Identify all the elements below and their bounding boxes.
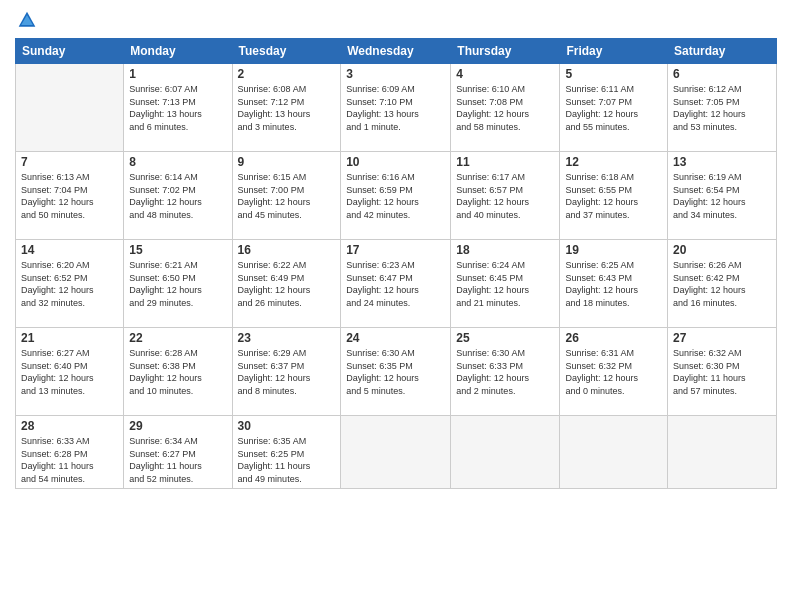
calendar-cell: 13Sunrise: 6:19 AMSunset: 6:54 PMDayligh… (668, 152, 777, 240)
day-info: Sunrise: 6:13 AMSunset: 7:04 PMDaylight:… (21, 171, 118, 221)
day-info: Sunrise: 6:30 AMSunset: 6:35 PMDaylight:… (346, 347, 445, 397)
day-number: 20 (673, 243, 771, 257)
calendar-cell: 1Sunrise: 6:07 AMSunset: 7:13 PMDaylight… (124, 64, 232, 152)
calendar-header-saturday: Saturday (668, 39, 777, 64)
day-info: Sunrise: 6:21 AMSunset: 6:50 PMDaylight:… (129, 259, 226, 309)
calendar-cell: 2Sunrise: 6:08 AMSunset: 7:12 PMDaylight… (232, 64, 341, 152)
day-number: 16 (238, 243, 336, 257)
day-number: 8 (129, 155, 226, 169)
calendar-cell: 24Sunrise: 6:30 AMSunset: 6:35 PMDayligh… (341, 328, 451, 416)
calendar-cell (668, 416, 777, 489)
day-info: Sunrise: 6:16 AMSunset: 6:59 PMDaylight:… (346, 171, 445, 221)
day-info: Sunrise: 6:15 AMSunset: 7:00 PMDaylight:… (238, 171, 336, 221)
calendar-cell: 27Sunrise: 6:32 AMSunset: 6:30 PMDayligh… (668, 328, 777, 416)
calendar-week-1: 1Sunrise: 6:07 AMSunset: 7:13 PMDaylight… (16, 64, 777, 152)
calendar-cell: 17Sunrise: 6:23 AMSunset: 6:47 PMDayligh… (341, 240, 451, 328)
day-number: 3 (346, 67, 445, 81)
day-info: Sunrise: 6:17 AMSunset: 6:57 PMDaylight:… (456, 171, 554, 221)
day-number: 24 (346, 331, 445, 345)
day-number: 30 (238, 419, 336, 433)
day-number: 5 (565, 67, 662, 81)
calendar-week-3: 14Sunrise: 6:20 AMSunset: 6:52 PMDayligh… (16, 240, 777, 328)
day-info: Sunrise: 6:10 AMSunset: 7:08 PMDaylight:… (456, 83, 554, 133)
day-info: Sunrise: 6:19 AMSunset: 6:54 PMDaylight:… (673, 171, 771, 221)
day-info: Sunrise: 6:30 AMSunset: 6:33 PMDaylight:… (456, 347, 554, 397)
day-info: Sunrise: 6:28 AMSunset: 6:38 PMDaylight:… (129, 347, 226, 397)
day-number: 25 (456, 331, 554, 345)
day-number: 4 (456, 67, 554, 81)
calendar-header-monday: Monday (124, 39, 232, 64)
day-number: 19 (565, 243, 662, 257)
day-number: 21 (21, 331, 118, 345)
calendar-cell: 30Sunrise: 6:35 AMSunset: 6:25 PMDayligh… (232, 416, 341, 489)
day-number: 28 (21, 419, 118, 433)
calendar-cell (341, 416, 451, 489)
calendar-cell: 18Sunrise: 6:24 AMSunset: 6:45 PMDayligh… (451, 240, 560, 328)
day-number: 17 (346, 243, 445, 257)
day-number: 10 (346, 155, 445, 169)
calendar-header-thursday: Thursday (451, 39, 560, 64)
calendar-cell: 26Sunrise: 6:31 AMSunset: 6:32 PMDayligh… (560, 328, 668, 416)
calendar-cell: 28Sunrise: 6:33 AMSunset: 6:28 PMDayligh… (16, 416, 124, 489)
calendar-cell (451, 416, 560, 489)
calendar-cell: 22Sunrise: 6:28 AMSunset: 6:38 PMDayligh… (124, 328, 232, 416)
logo-icon (17, 10, 37, 30)
day-number: 22 (129, 331, 226, 345)
day-number: 9 (238, 155, 336, 169)
calendar-cell: 19Sunrise: 6:25 AMSunset: 6:43 PMDayligh… (560, 240, 668, 328)
day-info: Sunrise: 6:08 AMSunset: 7:12 PMDaylight:… (238, 83, 336, 133)
calendar-cell: 12Sunrise: 6:18 AMSunset: 6:55 PMDayligh… (560, 152, 668, 240)
logo (15, 10, 37, 30)
calendar-cell: 25Sunrise: 6:30 AMSunset: 6:33 PMDayligh… (451, 328, 560, 416)
day-info: Sunrise: 6:25 AMSunset: 6:43 PMDaylight:… (565, 259, 662, 309)
calendar-cell: 20Sunrise: 6:26 AMSunset: 6:42 PMDayligh… (668, 240, 777, 328)
day-number: 14 (21, 243, 118, 257)
day-info: Sunrise: 6:24 AMSunset: 6:45 PMDaylight:… (456, 259, 554, 309)
header (15, 10, 777, 30)
calendar-header-wednesday: Wednesday (341, 39, 451, 64)
calendar-cell: 3Sunrise: 6:09 AMSunset: 7:10 PMDaylight… (341, 64, 451, 152)
day-info: Sunrise: 6:27 AMSunset: 6:40 PMDaylight:… (21, 347, 118, 397)
calendar-header-row: SundayMondayTuesdayWednesdayThursdayFrid… (16, 39, 777, 64)
day-number: 23 (238, 331, 336, 345)
calendar-cell (560, 416, 668, 489)
day-info: Sunrise: 6:14 AMSunset: 7:02 PMDaylight:… (129, 171, 226, 221)
day-info: Sunrise: 6:31 AMSunset: 6:32 PMDaylight:… (565, 347, 662, 397)
day-info: Sunrise: 6:32 AMSunset: 6:30 PMDaylight:… (673, 347, 771, 397)
day-number: 1 (129, 67, 226, 81)
calendar-week-2: 7Sunrise: 6:13 AMSunset: 7:04 PMDaylight… (16, 152, 777, 240)
day-info: Sunrise: 6:18 AMSunset: 6:55 PMDaylight:… (565, 171, 662, 221)
day-info: Sunrise: 6:33 AMSunset: 6:28 PMDaylight:… (21, 435, 118, 485)
day-info: Sunrise: 6:09 AMSunset: 7:10 PMDaylight:… (346, 83, 445, 133)
day-info: Sunrise: 6:29 AMSunset: 6:37 PMDaylight:… (238, 347, 336, 397)
calendar-cell: 7Sunrise: 6:13 AMSunset: 7:04 PMDaylight… (16, 152, 124, 240)
day-info: Sunrise: 6:26 AMSunset: 6:42 PMDaylight:… (673, 259, 771, 309)
day-number: 2 (238, 67, 336, 81)
day-number: 6 (673, 67, 771, 81)
calendar-cell: 9Sunrise: 6:15 AMSunset: 7:00 PMDaylight… (232, 152, 341, 240)
calendar-cell: 15Sunrise: 6:21 AMSunset: 6:50 PMDayligh… (124, 240, 232, 328)
calendar-cell: 29Sunrise: 6:34 AMSunset: 6:27 PMDayligh… (124, 416, 232, 489)
calendar-week-4: 21Sunrise: 6:27 AMSunset: 6:40 PMDayligh… (16, 328, 777, 416)
day-info: Sunrise: 6:20 AMSunset: 6:52 PMDaylight:… (21, 259, 118, 309)
calendar-cell: 11Sunrise: 6:17 AMSunset: 6:57 PMDayligh… (451, 152, 560, 240)
calendar-cell: 23Sunrise: 6:29 AMSunset: 6:37 PMDayligh… (232, 328, 341, 416)
calendar-cell: 14Sunrise: 6:20 AMSunset: 6:52 PMDayligh… (16, 240, 124, 328)
day-info: Sunrise: 6:11 AMSunset: 7:07 PMDaylight:… (565, 83, 662, 133)
day-number: 13 (673, 155, 771, 169)
calendar-header-friday: Friday (560, 39, 668, 64)
day-number: 7 (21, 155, 118, 169)
calendar-cell: 6Sunrise: 6:12 AMSunset: 7:05 PMDaylight… (668, 64, 777, 152)
day-info: Sunrise: 6:12 AMSunset: 7:05 PMDaylight:… (673, 83, 771, 133)
calendar-cell: 10Sunrise: 6:16 AMSunset: 6:59 PMDayligh… (341, 152, 451, 240)
calendar-cell: 4Sunrise: 6:10 AMSunset: 7:08 PMDaylight… (451, 64, 560, 152)
calendar-header-sunday: Sunday (16, 39, 124, 64)
day-number: 12 (565, 155, 662, 169)
day-info: Sunrise: 6:23 AMSunset: 6:47 PMDaylight:… (346, 259, 445, 309)
calendar-cell: 8Sunrise: 6:14 AMSunset: 7:02 PMDaylight… (124, 152, 232, 240)
calendar: SundayMondayTuesdayWednesdayThursdayFrid… (15, 38, 777, 489)
day-number: 11 (456, 155, 554, 169)
day-info: Sunrise: 6:07 AMSunset: 7:13 PMDaylight:… (129, 83, 226, 133)
calendar-cell: 16Sunrise: 6:22 AMSunset: 6:49 PMDayligh… (232, 240, 341, 328)
day-number: 29 (129, 419, 226, 433)
